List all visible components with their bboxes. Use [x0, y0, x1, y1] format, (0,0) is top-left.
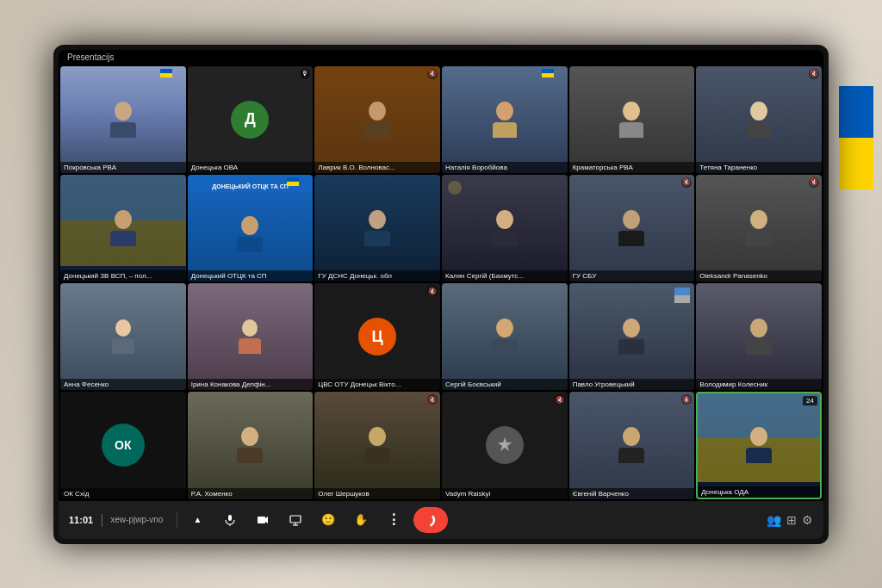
svg-rect-7: [290, 516, 301, 523]
mute-icon: 🔇: [681, 394, 692, 405]
screenshare-button[interactable]: [283, 507, 308, 533]
video-tile: Анна Фесенко: [60, 283, 186, 390]
participant-name: Краматорська РВА: [569, 162, 695, 173]
participant-name: Р.А. Хоменко: [188, 488, 314, 499]
video-tile: 🔇 ГУ СБУ: [569, 175, 695, 282]
mute-icon: 🔇: [427, 286, 438, 296]
participant-name: Володимир Колесник: [696, 379, 822, 390]
meeting-time: 11:01: [69, 515, 93, 525]
camera-button[interactable]: [250, 507, 276, 533]
participant-name: Донецький ОТЦК та СП: [188, 270, 314, 282]
toolbar-right-controls: 👥 ⊞ ⚙: [767, 513, 813, 527]
svg-rect-5: [258, 517, 265, 523]
mute-icon: 🔇: [555, 394, 565, 405]
participant-name: ГУ СБУ: [569, 270, 695, 282]
participant-name: Oleksandr Panasenko: [696, 270, 822, 282]
video-tile-highlighted: 24 Донецька ОДА: [696, 392, 822, 498]
participant-name: Vadym Raiskyi: [442, 488, 568, 499]
video-tile: ОК ОК Схід: [60, 392, 186, 498]
video-tile: Ірина Конакова Делфін...: [188, 283, 314, 390]
tv-screen: Presentacijs Покровська РВА: [59, 50, 823, 539]
video-tile: ДОНЕЦЬКИЙ ОТЦК ТА СП Донецький ОТЦК та С…: [188, 175, 314, 282]
video-tile: Краматорська РВА: [569, 66, 695, 173]
mute-icon: 🔇: [427, 394, 438, 405]
mute-icon: 🔇: [809, 69, 819, 79]
participant-name: ОК Схід: [60, 488, 186, 499]
svg-rect-1: [674, 288, 690, 295]
video-tile: Сергій Боєвський: [442, 283, 568, 390]
participant-name: Покровська РВА: [60, 162, 186, 173]
video-grid: Покровська РВА Д 🎙 Донецька ОВА: [59, 65, 823, 501]
participant-name: Наталія Воробйова: [442, 162, 568, 173]
video-tile: Р.А. Хоменко: [188, 392, 314, 498]
mute-icon: 🎙: [300, 69, 310, 79]
room-background: Presentacijs Покровська РВА: [0, 0, 882, 588]
svg-rect-3: [228, 515, 232, 521]
video-tile: 🔇 Тетяна Тараненко: [696, 66, 822, 173]
participant-name: Євгеній Варченко: [569, 488, 695, 499]
meeting-code: xew-pjwp-vno: [110, 515, 163, 524]
participant-name: Павло Угровецький: [569, 379, 695, 390]
mute-icon: 🔇: [427, 69, 438, 79]
video-tile: 🔇 Олег Шершуков: [314, 392, 440, 498]
participant-name: ЦВС ОТУ Донецьк Вікто...: [314, 379, 440, 390]
ukraine-flag-decoration: [839, 86, 873, 189]
raise-hand-button[interactable]: ✋: [348, 507, 374, 533]
video-tile: Ц 🔇 ЦВС ОТУ Донецьк Вікто...: [314, 283, 440, 390]
video-tile: Калян Сергій (Бахмутс...: [442, 175, 568, 282]
video-tile: Володимир Колесник: [696, 283, 822, 390]
end-call-button[interactable]: [413, 507, 448, 533]
video-tile: 🔇 Oleksandr Panasenko: [696, 175, 822, 282]
mic-button[interactable]: [217, 507, 243, 533]
video-tile: Д 🎙 Донецька ОВА: [188, 66, 314, 173]
participant-name: Тетяна Тараненко: [696, 162, 822, 173]
captions-button[interactable]: ▲: [184, 507, 210, 533]
tv-monitor: Presentacijs Покровська РВА: [53, 45, 829, 544]
participant-name: Ірина Конакова Делфін...: [188, 379, 314, 390]
mute-icon: 🔇: [809, 177, 819, 188]
video-tile: Донецький ЗВ ВСП, – пол...: [60, 175, 186, 282]
emoji-button[interactable]: 🙂: [315, 507, 341, 533]
svg-marker-6: [265, 517, 268, 523]
participant-name: Донецька ОВА: [188, 162, 314, 173]
participant-name: Олег Шершуков: [314, 488, 440, 499]
participant-name: Сергій Боєвський: [442, 379, 568, 390]
bottom-toolbar: 11:01 | xew-pjwp-vno ▲: [59, 501, 823, 539]
video-tile: 🔇 Євгеній Варченко: [569, 392, 695, 498]
svg-point-0: [448, 181, 462, 195]
video-tile: Наталія Воробйова: [442, 66, 568, 173]
participant-name: Анна Фесенко: [60, 379, 186, 390]
video-tile: Павло Угровецький: [569, 283, 695, 390]
mute-icon: 🔇: [681, 177, 692, 188]
participant-name: Калян Сергій (Бахмутс...: [442, 270, 568, 282]
video-tile: Покровська РВА: [60, 66, 186, 173]
participants-icon[interactable]: 👥: [767, 513, 781, 527]
svg-rect-2: [674, 295, 690, 303]
video-tile: ГУ ДСНС Донецьк. обл: [314, 175, 440, 282]
participant-name: ГУ ДСНС Донецьк. обл: [314, 270, 440, 282]
video-tile: 🔇 Лаврик В.О. Волновас...: [314, 66, 440, 173]
presentation-label: Presentacijs: [67, 53, 114, 62]
more-options-button[interactable]: ⋮: [381, 507, 407, 533]
settings-icon[interactable]: ⚙: [802, 513, 813, 527]
top-bar: Presentacijs: [59, 50, 823, 65]
grid-icon[interactable]: ⊞: [786, 513, 797, 527]
video-tile: 🔇 Vadym Raiskyi: [442, 392, 568, 498]
participant-name: Лаврик В.О. Волновас...: [314, 162, 440, 173]
